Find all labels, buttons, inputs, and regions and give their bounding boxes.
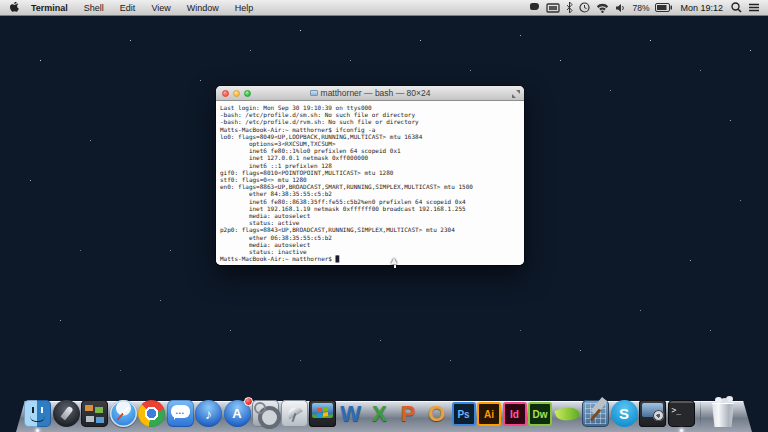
dock-skype-icon[interactable]: S xyxy=(611,400,638,427)
dock-terminal-icon[interactable]: >_ xyxy=(668,400,695,427)
dock-excel-icon[interactable]: X xyxy=(366,400,393,427)
battery-percentage: 78% xyxy=(632,3,649,13)
apple-logo-icon xyxy=(9,2,19,14)
menu-shell[interactable]: Shell xyxy=(76,3,112,13)
fullscreen-button[interactable] xyxy=(512,90,520,98)
dock-trash-icon[interactable] xyxy=(707,396,740,427)
dock-messages-icon[interactable]: ... xyxy=(167,400,194,427)
dock-divider xyxy=(700,399,701,427)
dock-dreamweaver-icon[interactable]: Dw xyxy=(528,402,552,426)
apple-menu[interactable] xyxy=(9,2,19,14)
menu-view[interactable]: View xyxy=(143,3,178,13)
menu-bar-clock[interactable]: Mon 19:12 xyxy=(678,3,725,13)
terminal-titlebar[interactable]: matthorner — bash — 80×24 xyxy=(216,86,524,101)
dock-outlook-icon[interactable]: O xyxy=(423,400,450,427)
window-title: matthorner — bash — 80×24 xyxy=(310,88,431,98)
mouse-cursor xyxy=(391,258,398,268)
dock-app-store-icon[interactable]: A xyxy=(224,400,251,427)
proxy-folder-icon[interactable] xyxy=(310,90,318,96)
dock-word-icon[interactable]: W xyxy=(338,400,365,427)
terminal-window: matthorner — bash — 80×24 Last login: Mo… xyxy=(216,86,524,265)
menu-edit[interactable]: Edit xyxy=(112,3,144,13)
displays-icon[interactable] xyxy=(546,3,560,13)
terminal-content[interactable]: Last login: Mon Sep 30 19:10:39 on ttys0… xyxy=(216,101,524,265)
menu-help[interactable]: Help xyxy=(227,3,262,13)
wifi-icon[interactable] xyxy=(596,3,609,13)
dock-safari-icon[interactable] xyxy=(110,400,137,427)
dock-illustrator-icon[interactable]: Ai xyxy=(477,402,501,426)
zoom-button[interactable] xyxy=(244,90,251,97)
minimize-button[interactable] xyxy=(233,90,240,97)
spotlight-icon[interactable] xyxy=(731,2,742,13)
windows-flag-icon xyxy=(317,408,322,413)
dock-chrome-icon[interactable] xyxy=(138,400,165,427)
volume-icon[interactable] xyxy=(615,3,626,13)
bluetooth-icon[interactable] xyxy=(566,2,573,13)
clock-icon[interactable] xyxy=(579,2,590,13)
app-menu-extra-icon[interactable] xyxy=(528,2,540,13)
notification-center-icon[interactable] xyxy=(748,3,760,12)
dock-windows-vm-icon[interactable] xyxy=(309,400,336,427)
dock-mission-control-icon[interactable] xyxy=(81,400,108,427)
dock-system-preferences-icon[interactable] xyxy=(252,400,279,427)
dock-coda-icon[interactable] xyxy=(554,400,581,427)
dock-itunes-icon[interactable]: ♪ xyxy=(195,400,222,427)
terminal-output: Last login: Mon Sep 30 19:10:39 on ttys0… xyxy=(220,104,520,262)
dock-xcode-icon[interactable] xyxy=(582,400,609,427)
dock-launchpad-icon[interactable] xyxy=(53,400,80,427)
menu-terminal[interactable]: Terminal xyxy=(29,3,76,13)
dock-indesign-icon[interactable]: Id xyxy=(503,402,527,426)
dock-photoshop-icon[interactable]: Ps xyxy=(452,402,476,426)
close-button[interactable] xyxy=(222,90,229,97)
dock-finder-icon[interactable] xyxy=(24,400,51,427)
dock: ... ♪ A W X P O Ps Ai Id Dw S >_ xyxy=(24,396,740,427)
battery-icon[interactable] xyxy=(655,3,672,12)
dock-airport-utility-icon[interactable] xyxy=(281,400,308,427)
menu-window[interactable]: Window xyxy=(179,3,227,13)
menu-bar: Terminal Shell Edit View Window Help 78% xyxy=(0,0,768,16)
dock-screen-recorder-icon[interactable] xyxy=(639,400,666,427)
dock-powerpoint-icon[interactable]: P xyxy=(395,400,422,427)
